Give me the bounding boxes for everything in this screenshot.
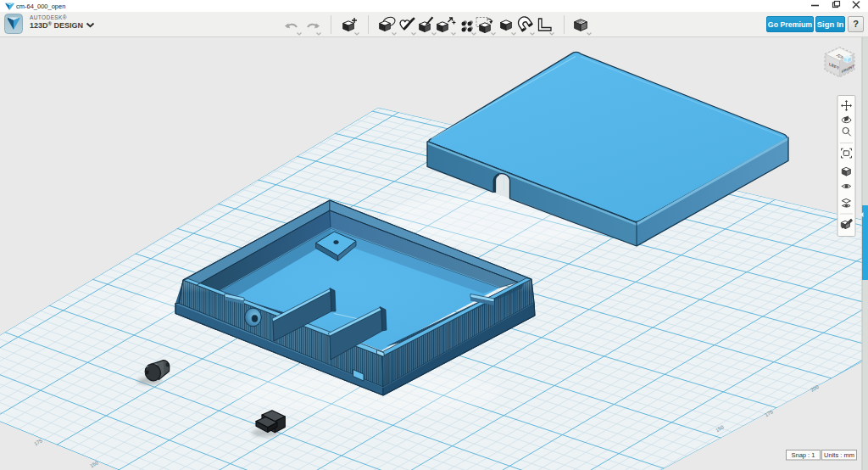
svg-text:Snap : 1: Snap : 1: [792, 451, 815, 459]
svg-text:175: 175: [33, 438, 43, 447]
svg-text:Units : mm: Units : mm: [824, 451, 854, 459]
